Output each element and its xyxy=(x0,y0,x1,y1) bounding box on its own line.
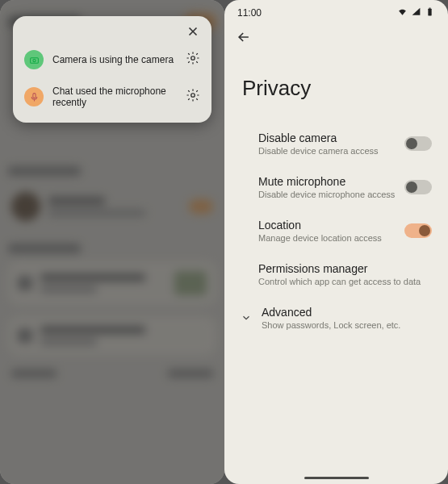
setting-label: Location xyxy=(258,219,404,232)
popup-mic-text: Chat used the microphone recently xyxy=(52,86,177,108)
setting-label: Disable camera xyxy=(258,131,404,144)
notification-screen: Camera is using the camera Chat used the… xyxy=(0,0,224,484)
setting-location[interactable]: Location Manage device location access xyxy=(241,211,432,254)
camera-icon xyxy=(24,50,44,69)
back-icon[interactable] xyxy=(236,34,252,48)
setting-sub: Disable device camera access xyxy=(258,146,404,156)
setting-sub: Show passwords, Lock screen, etc. xyxy=(262,320,432,330)
toggle-disable-camera[interactable] xyxy=(404,136,432,151)
setting-disable-camera[interactable]: Disable camera Disable device camera acc… xyxy=(241,123,432,167)
setting-advanced[interactable]: Advanced Show passwords, Lock screen, et… xyxy=(241,298,432,341)
privacy-settings-screen: 11:00 Privacy Disable camera Disable dev… xyxy=(224,0,448,484)
setting-sub: Manage device location access xyxy=(258,233,404,243)
svg-rect-6 xyxy=(429,8,430,9)
svg-point-4 xyxy=(191,94,195,98)
close-icon[interactable] xyxy=(186,24,200,42)
toggle-mute-microphone[interactable] xyxy=(404,180,432,194)
privacy-indicator-popup: Camera is using the camera Chat used the… xyxy=(13,16,211,123)
microphone-icon xyxy=(24,87,44,106)
status-time: 11:00 xyxy=(237,7,262,19)
setting-label: Advanced xyxy=(262,306,432,319)
battery-icon xyxy=(425,6,435,19)
popup-row-camera[interactable]: Camera is using the camera xyxy=(24,42,200,77)
toggle-location[interactable] xyxy=(404,223,432,238)
chevron-down-icon xyxy=(241,312,255,323)
signal-icon xyxy=(411,6,421,19)
nav-handle[interactable] xyxy=(304,477,369,479)
svg-rect-0 xyxy=(30,57,38,63)
setting-label: Permissions manager xyxy=(258,262,432,275)
setting-sub: Control which app can get access to data xyxy=(258,277,432,286)
wifi-icon xyxy=(397,6,408,19)
setting-label: Mute microphone xyxy=(258,175,404,188)
svg-rect-3 xyxy=(32,93,35,98)
setting-sub: Disable device microphone access xyxy=(258,190,404,199)
svg-rect-5 xyxy=(428,9,431,16)
status-bar: 11:00 xyxy=(224,0,448,23)
page-title: Privacy xyxy=(224,48,448,123)
popup-row-microphone[interactable]: Chat used the microphone recently xyxy=(24,77,200,116)
svg-point-1 xyxy=(32,59,35,61)
popup-camera-text: Camera is using the camera xyxy=(52,54,177,65)
gear-icon[interactable] xyxy=(186,51,200,69)
setting-permissions-manager[interactable]: Permissions manager Control which app ca… xyxy=(241,254,432,298)
svg-point-2 xyxy=(191,56,195,60)
setting-mute-microphone[interactable]: Mute microphone Disable device microphon… xyxy=(241,167,432,211)
gear-icon[interactable] xyxy=(186,88,200,106)
